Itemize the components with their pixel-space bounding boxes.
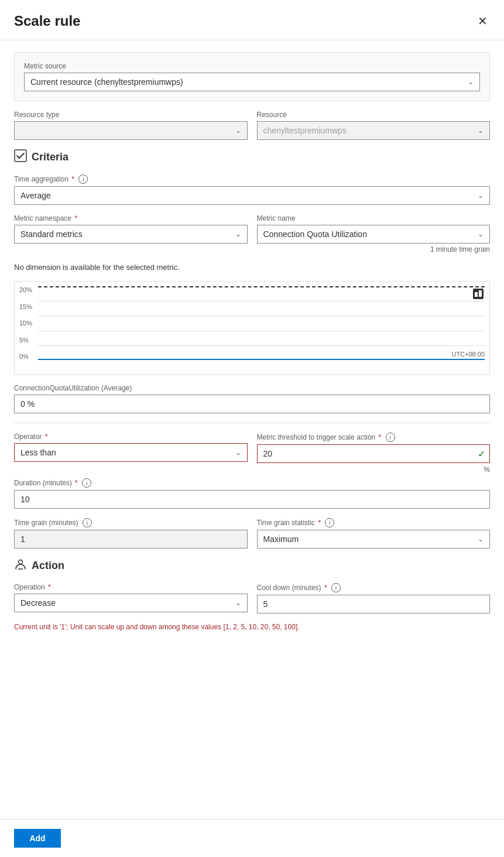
operation-field: Operation * Decrease ⌄: [14, 583, 248, 613]
time-grain-statistic-label: Time grain statistic * i: [257, 518, 491, 527]
close-icon: ✕: [478, 14, 488, 28]
resource-type-chevron-icon: ⌄: [235, 126, 241, 135]
chart-threshold-line: [38, 286, 485, 287]
chart-grid-line-2: [38, 316, 485, 316]
panel-header: Scale rule ✕: [0, 0, 504, 40]
svg-rect-1: [473, 289, 484, 299]
metric-namespace-field: Metric namespace * Standard metrics ⌄: [14, 214, 248, 253]
percent-label: %: [14, 465, 490, 474]
chart-label-20: 20%: [19, 286, 32, 293]
threshold-input-wrapper: ✓: [257, 444, 491, 463]
chart-y-labels: 20% 15% 10% 5% 0%: [19, 286, 32, 360]
criteria-header: Criteria: [14, 149, 490, 165]
metric-display-input[interactable]: [14, 395, 490, 413]
resource-label: Resource: [257, 111, 491, 119]
metric-namespace-label: Metric namespace *: [14, 214, 248, 222]
criteria-title: Criteria: [32, 151, 68, 163]
close-button[interactable]: ✕: [475, 12, 490, 30]
cool-down-info-icon[interactable]: i: [331, 583, 341, 592]
metric-source-label: Metric source: [24, 62, 480, 70]
chart-threshold-icon: [472, 287, 485, 303]
metric-namespace-name-row: Metric namespace * Standard metrics ⌄ Me…: [14, 214, 490, 253]
resource-type-field: Resource type ⌄: [14, 111, 248, 140]
panel-footer: Add: [0, 819, 504, 857]
metric-name-value: Connection Quota Utilization: [263, 229, 367, 239]
chart-content: UTC+08:00: [38, 286, 485, 360]
panel-title: Scale rule: [14, 13, 80, 29]
chart-grid-line-3: [38, 331, 485, 331]
metric-threshold-info-icon[interactable]: i: [386, 433, 395, 442]
time-grain-minutes-label: Time grain (minutes) i: [14, 518, 248, 527]
duration-info-icon[interactable]: i: [82, 478, 91, 488]
chart-label-10: 10%: [19, 320, 32, 327]
resource-dropdown[interactable]: chenyltestpremiumwps ⌄: [257, 121, 491, 140]
time-grain-minutes-info-icon[interactable]: i: [83, 518, 92, 527]
time-grain-statistic-value: Maximum: [263, 534, 299, 544]
duration-required: *: [75, 479, 78, 487]
operation-value: Decrease: [20, 598, 56, 608]
time-grain-statistic-dropdown[interactable]: Maximum ⌄: [257, 530, 491, 549]
metric-threshold-input[interactable]: [257, 444, 491, 463]
time-aggregation-section: Time aggregation * i Average ⌄: [14, 174, 490, 205]
resource-type-dropdown[interactable]: ⌄: [14, 121, 248, 140]
time-grain-minutes-field: Time grain (minutes) i: [14, 518, 248, 549]
criteria-icon: [14, 149, 27, 165]
time-grain-statistic-chevron-icon: ⌄: [478, 535, 484, 543]
chart-label-5: 5%: [19, 337, 32, 344]
operation-dropdown[interactable]: Decrease ⌄: [14, 594, 248, 612]
time-aggregation-chevron-icon: ⌄: [478, 191, 484, 200]
chart-label-0: 0%: [19, 353, 32, 360]
action-icon: [14, 558, 27, 574]
cool-down-required: *: [324, 584, 327, 592]
unit-note: Current unit is '1'; Unit can scale up a…: [14, 623, 490, 631]
duration-section: Duration (minutes) * i: [14, 478, 490, 509]
time-aggregation-info-icon[interactable]: i: [78, 174, 88, 184]
chart-grid-line-4: [38, 345, 485, 346]
cool-down-label: Cool down (minutes) * i: [257, 583, 491, 592]
metric-name-field: Metric name Connection Quota Utilization…: [257, 214, 491, 253]
duration-input[interactable]: [14, 490, 490, 509]
time-grain-label: 1 minute time grain: [430, 245, 490, 253]
operator-required: *: [45, 433, 48, 441]
metric-threshold-field: Metric threshold to trigger scale action…: [257, 433, 491, 463]
chart-area: 20% 15% 10% 5% 0% UTC+08:00: [14, 281, 490, 375]
time-grain-statistic-required: *: [318, 519, 321, 527]
time-aggregation-dropdown[interactable]: Average ⌄: [14, 186, 490, 205]
duration-label: Duration (minutes) * i: [14, 478, 490, 488]
operation-required: *: [48, 583, 51, 591]
metric-source-section: Metric source Current resource (chenylte…: [14, 52, 490, 101]
time-grain-minutes-input: [14, 530, 248, 549]
time-grain-statistic-info-icon[interactable]: i: [325, 518, 334, 527]
cool-down-input[interactable]: [257, 595, 491, 613]
metric-source-dropdown[interactable]: Current resource (chenyltestpremiumwps) …: [24, 73, 480, 91]
metric-namespace-value: Standard metrics: [20, 229, 83, 239]
operator-field: Operator * Less than ⌄: [14, 433, 248, 463]
resource-field: Resource chenyltestpremiumwps ⌄: [257, 111, 491, 140]
operation-chevron-icon: ⌄: [235, 599, 241, 607]
threshold-check-icon: ✓: [478, 448, 485, 460]
metric-name-chevron-icon: ⌄: [478, 230, 484, 238]
divider-1: [14, 423, 490, 423]
metric-namespace-required: *: [74, 214, 77, 222]
svg-rect-2: [475, 292, 478, 297]
metric-namespace-chevron-icon: ⌄: [235, 230, 241, 238]
operator-chevron-icon: ⌄: [235, 448, 241, 457]
time-aggregation-label: Time aggregation * i: [14, 174, 490, 184]
time-aggregation-value: Average: [20, 191, 51, 200]
resource-value: chenyltestpremiumwps: [263, 126, 347, 135]
add-button[interactable]: Add: [14, 829, 61, 848]
operator-value: Less than: [20, 448, 56, 457]
dimension-note: No dimension is available for the select…: [14, 263, 490, 272]
metric-namespace-dropdown[interactable]: Standard metrics ⌄: [14, 225, 248, 244]
operator-dropdown[interactable]: Less than ⌄: [14, 443, 248, 462]
metric-source-value: Current resource (chenyltestpremiumwps): [30, 77, 183, 87]
metric-name-dropdown[interactable]: Connection Quota Utilization ⌄: [257, 225, 491, 244]
svg-rect-3: [479, 290, 482, 297]
panel-body: Metric source Current resource (chenylte…: [0, 40, 504, 819]
time-grain-row: Time grain (minutes) i Time grain statis…: [14, 518, 490, 549]
action-title: Action: [32, 560, 64, 572]
resource-type-label: Resource type: [14, 111, 248, 119]
metric-name-label: Metric name: [257, 214, 491, 222]
operation-cooldown-row: Operation * Decrease ⌄ Cool down (minute…: [14, 583, 490, 613]
chart-grid-line-1: [38, 301, 485, 301]
